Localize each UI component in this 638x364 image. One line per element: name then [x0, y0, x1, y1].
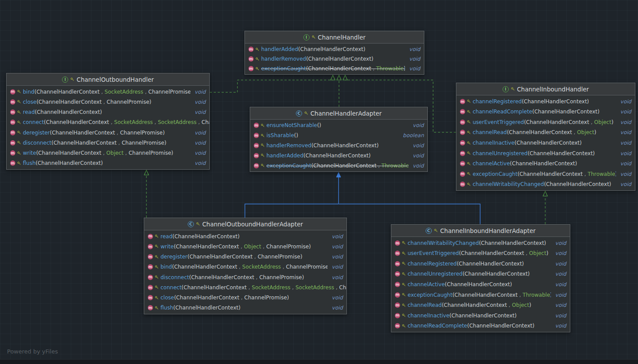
- class-box-channelhandler[interactable]: I ChannelHandler mhandlerAdded(ChannelHa…: [244, 31, 424, 75]
- method-row-disconnect[interactable]: mdisconnect(ChannelHandlerContext , Chan…: [7, 138, 209, 148]
- method-signature: ensureNotSharable(): [266, 122, 408, 128]
- method-row-read[interactable]: mread(ChannelHandlerContext)void: [7, 107, 209, 117]
- method-signature: channelUnregistered(ChannelHandlerContex…: [473, 150, 616, 157]
- method-row-channelUnregistered[interactable]: mchannelUnregistered(ChannelHandlerConte…: [456, 148, 635, 159]
- method-signature: disconnect(ChannelHandlerContext , Chann…: [160, 274, 328, 280]
- method-row-close[interactable]: mclose(ChannelHandlerContext , ChannelPr…: [144, 293, 346, 303]
- method-row-flush[interactable]: mflush(ChannelHandlerContext)void: [144, 303, 346, 313]
- method-signature: channelRegistered(ChannelHandlerContext): [408, 261, 551, 267]
- interface-icon: I: [62, 76, 68, 83]
- visibility-key-icon: [261, 134, 265, 138]
- method-icon: m: [148, 305, 153, 310]
- horizontal-scrollbar[interactable]: [0, 359, 638, 364]
- class-title: ChannelOutboundHandlerAdapter: [202, 221, 303, 228]
- method-row-disconnect[interactable]: mdisconnect(ChannelHandlerContext , Chan…: [144, 272, 346, 282]
- visibility-key-icon: [255, 67, 259, 71]
- method-row-channelRead[interactable]: mchannelRead(ChannelHandlerContext , Obj…: [456, 127, 635, 138]
- class-header[interactable]: I ChannelInboundHandler: [456, 83, 635, 95]
- method-row-connect[interactable]: mconnect(ChannelHandlerContext , SocketA…: [7, 117, 209, 127]
- method-row-channelUnregistered[interactable]: mchannelUnregistered(ChannelHandlerConte…: [391, 269, 570, 280]
- method-row-write[interactable]: mwrite(ChannelHandlerContext , Object , …: [144, 241, 346, 251]
- method-row-handlerRemoved[interactable]: mhandlerRemoved(ChannelHandlerContext)vo…: [245, 54, 424, 64]
- method-row-write[interactable]: mwrite(ChannelHandlerContext , Object , …: [7, 148, 209, 158]
- method-row-channelRead[interactable]: mchannelRead(ChannelHandlerContext , Obj…: [391, 300, 570, 310]
- method-row-exceptionCaught[interactable]: mexceptionCaught(ChannelHandlerContext ,…: [245, 64, 424, 73]
- method-row-channelInactive[interactable]: mchannelInactive(ChannelHandlerContext)v…: [456, 138, 635, 148]
- method-row-channelInactive[interactable]: mchannelInactive(ChannelHandlerContext)v…: [391, 310, 570, 321]
- edge-outboundhandler-implements-channelhandler: [210, 76, 333, 92]
- method-list: mbind(ChannelHandlerContext , SocketAddr…: [7, 86, 209, 169]
- visibility-key-icon: [434, 229, 438, 233]
- method-icon: m: [395, 261, 400, 266]
- method-row-exceptionCaught[interactable]: mexceptionCaught(ChannelHandlerContext ,…: [391, 290, 570, 300]
- method-signature: disconnect(ChannelHandlerContext , Chann…: [23, 140, 190, 146]
- return-type: void: [409, 46, 420, 52]
- method-row-channelActive[interactable]: mchannelActive(ChannelHandlerContext)voi…: [456, 158, 635, 169]
- method-row-exceptionCaught[interactable]: mexceptionCaught(ChannelHandlerContext ,…: [456, 169, 635, 179]
- method-row-bind[interactable]: mbind(ChannelHandlerContext , SocketAddr…: [144, 262, 346, 272]
- class-header[interactable]: C ChannelInboundHandlerAdapter: [391, 225, 570, 237]
- method-signature: connect(ChannelHandlerContext , SocketAd…: [23, 119, 209, 125]
- method-row-channelReadComplete[interactable]: mchannelReadComplete(ChannelHandlerConte…: [456, 107, 635, 117]
- method-row-handlerRemoved[interactable]: mhandlerRemoved(ChannelHandlerContext)vo…: [250, 141, 427, 151]
- class-box-channeloutboundhandler[interactable]: I ChannelOutboundHandler mbind(ChannelHa…: [6, 73, 210, 170]
- method-row-userEventTriggered[interactable]: muserEventTriggered(ChannelHandlerContex…: [391, 248, 570, 259]
- method-icon: m: [460, 140, 465, 146]
- return-type: void: [332, 295, 343, 301]
- diagram-canvas[interactable]: I ChannelHandler mhandlerAdded(ChannelHa…: [0, 0, 638, 364]
- method-row-read[interactable]: mread(ChannelHandlerContext)void: [144, 231, 346, 241]
- method-icon: m: [395, 282, 400, 287]
- visibility-key-icon: [261, 124, 265, 127]
- return-type: void: [555, 240, 566, 246]
- class-header[interactable]: C ChannelHandlerAdapter: [250, 107, 427, 120]
- method-signature: handlerRemoved(ChannelHandlerContext): [261, 56, 405, 62]
- class-icon: C: [188, 221, 194, 227]
- method-signature: deregister(ChannelHandlerContext , Chann…: [23, 130, 190, 136]
- method-row-exceptionCaught[interactable]: mexceptionCaught(ChannelHandlerContext ,…: [250, 160, 427, 171]
- visibility-key-icon: [467, 120, 471, 124]
- method-row-handlerAdded[interactable]: mhandlerAdded(ChannelHandlerContext)void: [250, 150, 427, 160]
- method-row-channelReadComplete[interactable]: mchannelReadComplete(ChannelHandlerConte…: [391, 321, 570, 331]
- method-row-channelWritabilityChanged[interactable]: mchannelWritabilityChanged(ChannelHandle…: [456, 179, 635, 190]
- method-signature: exceptionCaught(ChannelHandlerContext , …: [473, 171, 616, 177]
- method-row-close[interactable]: mclose(ChannelHandlerContext , ChannelPr…: [7, 97, 209, 107]
- class-box-channeloutboundhandleradapter[interactable]: C ChannelOutboundHandlerAdapter mread(Ch…: [144, 218, 347, 314]
- method-row-channelRegistered[interactable]: mchannelRegistered(ChannelHandlerContext…: [456, 96, 635, 107]
- method-icon: m: [395, 313, 400, 318]
- method-icon: m: [248, 56, 254, 62]
- method-row-handlerAdded[interactable]: mhandlerAdded(ChannelHandlerContext)void: [245, 44, 424, 54]
- class-box-channelinboundhandleradapter[interactable]: C ChannelInboundHandlerAdapter mchannelW…: [391, 224, 570, 332]
- class-header[interactable]: C ChannelOutboundHandlerAdapter: [144, 218, 346, 230]
- method-icon: m: [254, 163, 259, 168]
- class-box-channelinboundhandler[interactable]: I ChannelInboundHandler mchannelRegister…: [456, 83, 635, 191]
- visibility-key-icon: [155, 296, 159, 300]
- method-icon: m: [10, 120, 15, 125]
- method-row-ensureNotSharable[interactable]: mensureNotSharable()void: [250, 120, 427, 131]
- method-row-userEventTriggered[interactable]: muserEventTriggered(ChannelHandlerContex…: [456, 117, 635, 127]
- method-row-connect[interactable]: mconnect(ChannelHandlerContext , SocketA…: [144, 282, 346, 292]
- class-header[interactable]: I ChannelOutboundHandler: [7, 73, 209, 86]
- method-row-deregister[interactable]: mderegister(ChannelHandlerContext , Chan…: [144, 252, 346, 262]
- visibility-key-icon: [467, 172, 471, 176]
- visibility-key-icon: [402, 313, 406, 317]
- method-signature: channelActive(ChannelHandlerContext): [408, 281, 551, 288]
- class-box-channelhandleradapter[interactable]: C ChannelHandlerAdapter mensureNotSharab…: [250, 107, 428, 172]
- method-row-channelActive[interactable]: mchannelActive(ChannelHandlerContext)voi…: [391, 279, 570, 290]
- method-row-channelRegistered[interactable]: mchannelRegistered(ChannelHandlerContext…: [391, 258, 570, 269]
- method-signature: channelReadComplete(ChannelHandlerContex…: [408, 323, 551, 329]
- return-type: void: [555, 302, 566, 308]
- method-row-bind[interactable]: mbind(ChannelHandlerContext , SocketAddr…: [7, 87, 209, 97]
- method-row-isSharable[interactable]: misSharable()boolean: [250, 131, 427, 141]
- method-icon: m: [148, 295, 153, 300]
- visibility-key-icon: [17, 151, 21, 155]
- method-row-channelWritabilityChanged[interactable]: mchannelWritabilityChanged(ChannelHandle…: [391, 238, 570, 248]
- method-signature: isSharable(): [266, 132, 398, 138]
- method-row-deregister[interactable]: mderegister(ChannelHandlerContext , Chan…: [7, 127, 209, 138]
- method-icon: m: [460, 109, 465, 114]
- return-type: void: [555, 261, 566, 267]
- class-header[interactable]: I ChannelHandler: [245, 31, 424, 44]
- method-icon: m: [254, 133, 259, 138]
- method-row-flush[interactable]: mflush(ChannelHandlerContext)void: [7, 158, 209, 168]
- visibility-key-icon: [467, 99, 471, 103]
- visibility-key-icon: [402, 283, 406, 287]
